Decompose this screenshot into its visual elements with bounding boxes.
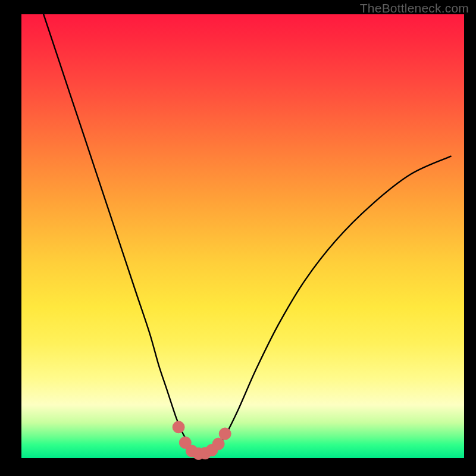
bottleneck-curve [43,14,451,454]
trough-marker [212,438,224,450]
chart-frame: TheBottleneck.com [0,0,476,476]
watermark-text: TheBottleneck.com [360,1,469,15]
plot-area [21,14,464,458]
trough-marker [173,421,184,433]
trough-marker [219,428,231,440]
curve-svg [21,14,464,458]
trough-markers-group [173,421,231,460]
